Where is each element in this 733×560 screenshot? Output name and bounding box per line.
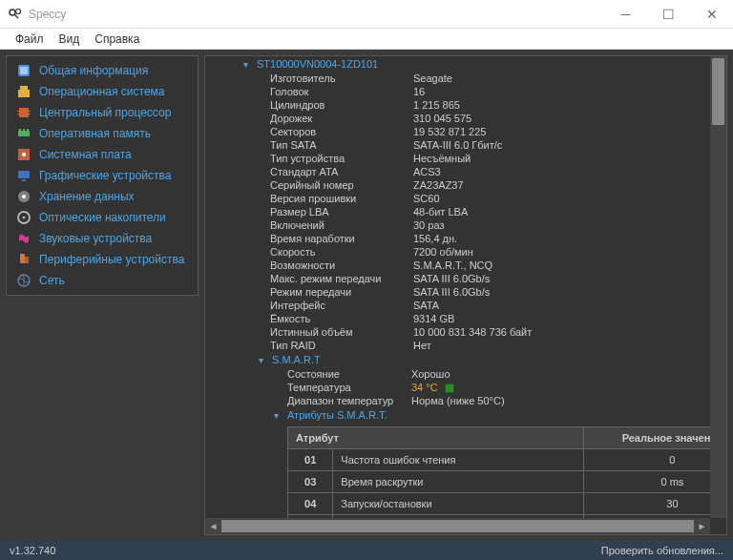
svg-rect-13 — [19, 129, 21, 131]
prop-value: SATA III 6.0Gb/s — [413, 272, 490, 285]
cell-name: Время раскрутки — [333, 471, 583, 493]
prop-value: 10 000 831 348 736 байт — [413, 325, 532, 339]
smart-temp-row: Температура 34 °C — [205, 381, 710, 394]
prop-value: ZA23AZ37 — [413, 178, 464, 192]
prop-row: Версия прошивкиSC60 — [205, 192, 710, 205]
prop-row: ВозможностиS.M.A.R.T., NCQ — [205, 259, 710, 272]
collapse-icon: ▾ — [274, 410, 283, 421]
prop-key: Версия прошивки — [270, 192, 413, 205]
sidebar-icon — [16, 168, 31, 183]
temp-indicator-icon — [445, 384, 454, 393]
sidebar-item[interactable]: Системная плата — [7, 144, 198, 165]
check-updates-link[interactable]: Проверить обновления... — [601, 545, 723, 556]
prop-row: Тип SATASATA-III 6.0 Гбит/с — [205, 138, 710, 152]
svg-rect-4 — [20, 67, 28, 74]
close-button[interactable]: ✕ — [690, 0, 733, 28]
maximize-button[interactable]: ☐ — [647, 0, 690, 28]
sidebar-label: Системная плата — [39, 148, 132, 161]
prop-value: 19 532 871 225 — [413, 125, 486, 138]
sidebar-label: Центральный процессор — [39, 106, 171, 119]
prop-row: Секторов19 532 871 225 — [205, 125, 710, 138]
cell-name: Запуски/остановки — [333, 493, 583, 515]
table-row: 04Запуски/остановки30100 — [288, 493, 711, 515]
svg-rect-14 — [23, 129, 25, 131]
value: Хорошо — [411, 367, 450, 381]
sidebar-item[interactable]: Графические устройства — [7, 165, 198, 186]
temp-value: 34 °C — [411, 382, 438, 393]
prop-key: Серийный номер — [270, 178, 413, 192]
sidebar-item[interactable]: Звуковые устройства — [7, 228, 198, 249]
prop-row: Головок16 — [205, 85, 710, 98]
cell-id: 03 — [288, 471, 333, 493]
prop-key: Дорожек — [270, 112, 413, 125]
sidebar-label: Хранение данных — [39, 190, 135, 203]
prop-key: Скорость — [270, 245, 413, 259]
sidebar-icon — [16, 273, 31, 288]
horizontal-scrollbar[interactable]: ◄ ► — [205, 518, 710, 534]
device-header[interactable]: ▾ ST10000VN0004-1ZD101 — [205, 56, 710, 72]
minimize-button[interactable]: ─ — [604, 0, 647, 28]
prop-row: ИнтерфейсSATA — [205, 299, 710, 312]
svg-point-17 — [22, 153, 26, 156]
svg-point-2 — [16, 9, 21, 13]
sidebar-icon — [16, 210, 31, 225]
prop-row: Тип устройстваНесъёмный — [205, 152, 710, 165]
prop-key: Размер LBA — [270, 205, 413, 218]
svg-rect-25 — [25, 257, 29, 263]
collapse-icon: ▾ — [259, 355, 268, 365]
sidebar-icon — [16, 252, 31, 267]
menu-view[interactable]: Вид — [52, 31, 88, 48]
scroll-right-icon[interactable]: ► — [694, 521, 710, 531]
sidebar-item[interactable]: Операционная система — [7, 81, 198, 102]
prop-row: Стандарт ATAACS3 — [205, 165, 710, 178]
menu-file[interactable]: Файл — [8, 31, 52, 48]
prop-row: Дорожек310 045 575 — [205, 112, 710, 125]
prop-row: Режим передачиSATA III 6.0Gb/s — [205, 285, 710, 299]
collapse-icon: ▾ — [243, 59, 253, 70]
svg-point-23 — [23, 217, 26, 219]
cell-real: 0 — [583, 449, 710, 471]
app-icon — [8, 7, 23, 22]
prop-row: Время наработки156,4 дн. — [205, 232, 710, 245]
scroll-thumb-h[interactable] — [221, 520, 694, 532]
menu-help[interactable]: Справка — [87, 31, 147, 48]
smart-attrs-header[interactable]: ▾ Атрибуты S.M.A.R.T. — [205, 407, 710, 423]
sidebar-item[interactable]: Центральный процессор — [7, 102, 198, 123]
sidebar-list: Общая информацияОперационная системаЦент… — [6, 55, 199, 296]
table-header-row: Атрибут Реальное значение Текущее Наи — [288, 427, 711, 449]
smart-header[interactable]: ▾ S.M.A.R.T — [205, 352, 710, 367]
prop-key: Головок — [270, 85, 413, 98]
scroll-left-icon[interactable]: ◄ — [205, 521, 221, 531]
vertical-scrollbar[interactable] — [710, 56, 726, 518]
prop-key: Ёмкость — [270, 312, 413, 325]
svg-rect-18 — [18, 171, 30, 178]
prop-value: 156,4 дн. — [413, 232, 457, 245]
sidebar-item[interactable]: Общая информация — [7, 60, 198, 81]
svg-rect-9 — [17, 114, 19, 114]
th-attr: Атрибут — [288, 427, 584, 449]
sidebar-icon — [16, 63, 31, 78]
sidebar-item[interactable]: Хранение данных — [7, 186, 198, 207]
prop-key: Тип SATA — [270, 138, 413, 152]
label: Диапазон температур — [287, 394, 411, 407]
scroll-thumb[interactable] — [712, 58, 724, 125]
cell-real: 30 — [583, 493, 710, 515]
prop-row: Размер LBA48-бит LBA — [205, 205, 710, 218]
sidebar-item[interactable]: Оптические накопители — [7, 207, 198, 228]
sidebar-icon — [16, 189, 31, 204]
prop-value: SC60 — [413, 192, 440, 205]
prop-value: S.M.A.R.T., NCQ — [413, 259, 492, 272]
sidebar-label: Операционная система — [39, 85, 165, 98]
sidebar-item[interactable]: Оперативная память — [7, 123, 198, 144]
label: Температура — [287, 381, 411, 394]
statusbar: v1.32.740 Проверить обновления... — [0, 541, 733, 560]
value: 34 °C — [411, 381, 454, 394]
prop-key: Тип RAID — [270, 339, 413, 352]
smart-status-row: Состояние Хорошо — [205, 367, 710, 381]
content-inner: ▾ ST10000VN0004-1ZD101 ИзготовительSeaga… — [205, 56, 710, 518]
sidebar-item[interactable]: Сеть — [7, 270, 198, 291]
sidebar-item[interactable]: Периферийные устройства — [7, 249, 198, 270]
prop-value: ACS3 — [413, 165, 441, 178]
sidebar-icon — [16, 84, 31, 99]
smart-table: Атрибут Реальное значение Текущее Наи 01… — [287, 426, 710, 518]
